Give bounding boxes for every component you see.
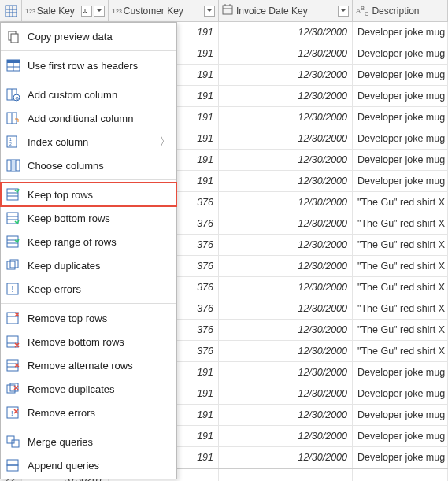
cell-invoice-date: 12/30/2000: [219, 256, 353, 276]
custom-column-icon: ⚙: [6, 87, 21, 102]
remove-errors-icon: !: [6, 405, 21, 420]
svg-text:2: 2: [9, 142, 12, 146]
cell-invoice-date: 12/30/2000: [219, 107, 353, 128]
menu-keep-top-rows[interactable]: Keep top rows: [1, 183, 176, 206]
menu-separator: [1, 303, 176, 304]
menu-keep-bottom-rows[interactable]: Keep bottom rows: [1, 206, 176, 230]
col-header-customer-key[interactable]: 123 Customer Key: [109, 0, 219, 21]
menu-index-column[interactable]: 12 Index column 〉: [1, 130, 176, 154]
svg-text:!: !: [12, 285, 14, 294]
cell-invoice-date: [219, 469, 353, 481]
cell-description: Developer joke mug: [353, 362, 448, 383]
cell-invoice-date: 12/30/2000: [219, 128, 353, 149]
cell-invoice-date: 12/30/2000: [219, 235, 353, 255]
conditional-column-icon: [6, 110, 21, 126]
keep-errors-icon: !: [6, 281, 21, 297]
col-header-invoice-date-key[interactable]: Invoice Date Key: [219, 0, 353, 21]
cell-invoice-date: 12/30/2000: [219, 320, 353, 340]
cell-description: Developer joke mug: [353, 22, 448, 43]
menu-keep-errors[interactable]: ! Keep errors: [1, 277, 176, 301]
cell-invoice-date: 12/30/2000: [219, 150, 353, 170]
filter-dropdown-icon[interactable]: [338, 6, 349, 17]
number-type-icon: 123: [25, 7, 35, 15]
cell-invoice-date: 12/30/2000: [219, 192, 353, 213]
cell-invoice-date: 12/30/2000: [219, 362, 353, 383]
sort-desc-icon[interactable]: [81, 6, 92, 17]
cell-description: "The Gu" red shirt X: [353, 320, 448, 340]
text-type-icon: ABC: [356, 5, 368, 17]
menu-remove-bottom-rows[interactable]: Remove bottom rows: [1, 330, 176, 353]
svg-rect-54: [7, 460, 18, 465]
remove-alternate-icon: [6, 357, 21, 373]
menu-use-first-row-headers[interactable]: Use first row as headers: [1, 54, 176, 77]
svg-rect-0: [6, 6, 17, 17]
cell-description: Developer joke mug: [353, 426, 448, 446]
menu-keep-duplicates[interactable]: Keep duplicates: [1, 253, 176, 277]
menu-remove-top-rows[interactable]: Remove top rows: [1, 306, 176, 330]
menu-append-queries[interactable]: Append queries: [1, 453, 176, 477]
grid-header: 123 Sale Key 123 Customer Key Invoice Da…: [0, 0, 448, 22]
svg-text:!: !: [11, 409, 13, 417]
cell-invoice-date: 12/30/2000: [219, 171, 353, 191]
menu-separator: [1, 50, 176, 51]
menu-keep-range-rows[interactable]: Keep range of rows: [1, 230, 176, 253]
cell-description: Developer joke mug: [353, 128, 448, 149]
menu-separator: [1, 427, 176, 427]
cell-invoice-date: 12/30/2000: [219, 383, 353, 404]
menu-remove-errors[interactable]: ! Remove errors: [1, 401, 176, 424]
cell-invoice-date: 12/30/2000: [219, 213, 353, 234]
cell-invoice-date: 12/30/2000: [219, 426, 353, 446]
cell-description: "The Gu" red shirt X: [353, 192, 448, 213]
remove-top-icon: [6, 310, 21, 326]
menu-separator: [1, 179, 176, 180]
menu-remove-alternate-rows[interactable]: Remove alternate rows: [1, 353, 176, 377]
svg-rect-21: [7, 136, 17, 147]
append-icon: [6, 457, 21, 473]
cell-invoice-date: 12/30/2000: [219, 447, 353, 468]
remove-bottom-icon: [6, 334, 21, 350]
menu-separator: [1, 80, 176, 80]
cell-description: "The Gu" red shirt X: [353, 235, 448, 255]
cell-description: "The Gu" red shirt X: [353, 277, 448, 298]
table-menu-button[interactable]: [0, 0, 22, 21]
svg-rect-25: [11, 160, 16, 171]
cell-invoice-date: 12/30/2000: [219, 43, 353, 64]
table-icon: [6, 6, 17, 17]
keep-range-icon: [6, 234, 21, 250]
table-context-menu: Copy preview data Use first row as heade…: [0, 22, 177, 479]
cell-description: Developer joke mug: [353, 383, 448, 404]
filter-dropdown-icon[interactable]: [204, 6, 215, 17]
menu-add-conditional-column[interactable]: Add conditional column: [1, 106, 176, 130]
cell-invoice-date: 12/30/2000: [219, 277, 353, 298]
cell-description: Developer joke mug: [353, 107, 448, 128]
cell-invoice-date: 12/30/2000: [219, 341, 353, 361]
cell-description: Developer joke mug: [353, 43, 448, 64]
headers-icon: [6, 57, 21, 73]
cell-description: Developer joke mug: [353, 171, 448, 191]
cell-description: Developer joke mug: [353, 65, 448, 85]
merge-icon: [6, 434, 21, 450]
col-label: Sale Key: [37, 6, 80, 17]
col-header-description[interactable]: ABC Description: [353, 0, 448, 21]
menu-add-custom-column[interactable]: ⚙ Add custom column: [1, 83, 176, 106]
keep-top-icon: [6, 187, 21, 202]
number-type-icon: 123: [112, 7, 122, 15]
menu-choose-columns[interactable]: Choose columns: [1, 154, 176, 177]
date-type-icon: [222, 4, 233, 17]
cell-invoice-date: 12/30/2000: [219, 65, 353, 85]
keep-duplicates-icon: [6, 257, 21, 273]
col-header-sale-key[interactable]: 123 Sale Key: [22, 0, 109, 21]
menu-copy-preview-data[interactable]: Copy preview data: [1, 24, 176, 48]
menu-remove-duplicates[interactable]: Remove duplicates: [1, 377, 176, 401]
cell-description: "The Gu" red shirt X: [353, 341, 448, 361]
svg-rect-5: [223, 6, 232, 14]
menu-merge-queries[interactable]: Merge queries: [1, 430, 176, 453]
filter-dropdown-icon[interactable]: [94, 6, 105, 17]
keep-bottom-icon: [6, 210, 21, 226]
svg-rect-12: [7, 60, 20, 63]
cell-invoice-date: 12/30/2000: [219, 298, 353, 319]
svg-text:⚙: ⚙: [15, 96, 19, 101]
cell-description: "The Gu" red shirt X: [353, 213, 448, 234]
chevron-right-icon: 〉: [160, 135, 170, 149]
copy-icon: [6, 28, 21, 44]
